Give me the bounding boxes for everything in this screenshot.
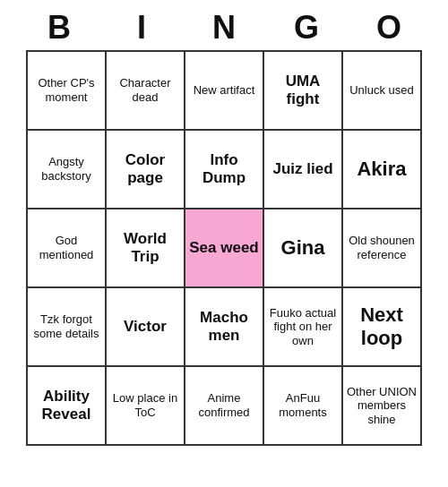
bingo-cell-14[interactable]: Old shounen reference [343, 209, 422, 288]
bingo-title: B I N G O [18, 9, 430, 47]
bingo-grid: Other CP's momentCharacter deadNew artif… [26, 50, 422, 446]
letter-i: I [102, 9, 181, 47]
bingo-cell-23[interactable]: AnFuu moments [264, 367, 343, 446]
bingo-cell-15[interactable]: Tzk forgot some details [28, 288, 107, 367]
letter-n: N [185, 9, 263, 47]
bingo-cell-17[interactable]: Macho men [185, 288, 264, 367]
bingo-cell-12[interactable]: Sea weed [185, 209, 264, 288]
bingo-cell-4[interactable]: Unluck used [343, 52, 422, 131]
bingo-cell-2[interactable]: New artifact [185, 52, 264, 131]
bingo-cell-18[interactable]: Fuuko actual fight on her own [264, 288, 343, 367]
letter-g: G [267, 9, 346, 47]
bingo-cell-24[interactable]: Other UNION members shine [343, 367, 422, 446]
bingo-cell-20[interactable]: Ability Reveal [28, 367, 107, 446]
bingo-cell-22[interactable]: Anime confirmed [185, 367, 264, 446]
letter-b: B [20, 9, 99, 47]
bingo-cell-16[interactable]: Victor [107, 288, 185, 367]
bingo-cell-1[interactable]: Character dead [107, 52, 185, 131]
bingo-cell-21[interactable]: Low place in ToC [107, 367, 185, 446]
bingo-cell-5[interactable]: Angsty backstory [28, 131, 107, 209]
bingo-cell-8[interactable]: Juiz lied [264, 131, 343, 209]
bingo-cell-3[interactable]: UMA fight [264, 52, 343, 131]
bingo-cell-13[interactable]: Gina [264, 209, 343, 288]
bingo-cell-0[interactable]: Other CP's moment [28, 52, 107, 131]
letter-o: O [349, 9, 428, 47]
bingo-cell-7[interactable]: Info Dump [185, 131, 264, 209]
bingo-cell-6[interactable]: Color page [107, 131, 185, 209]
bingo-cell-9[interactable]: Akira [343, 131, 422, 209]
bingo-cell-11[interactable]: World Trip [107, 209, 185, 288]
bingo-cell-10[interactable]: God mentioned [28, 209, 107, 288]
bingo-cell-19[interactable]: Next loop [343, 288, 422, 367]
